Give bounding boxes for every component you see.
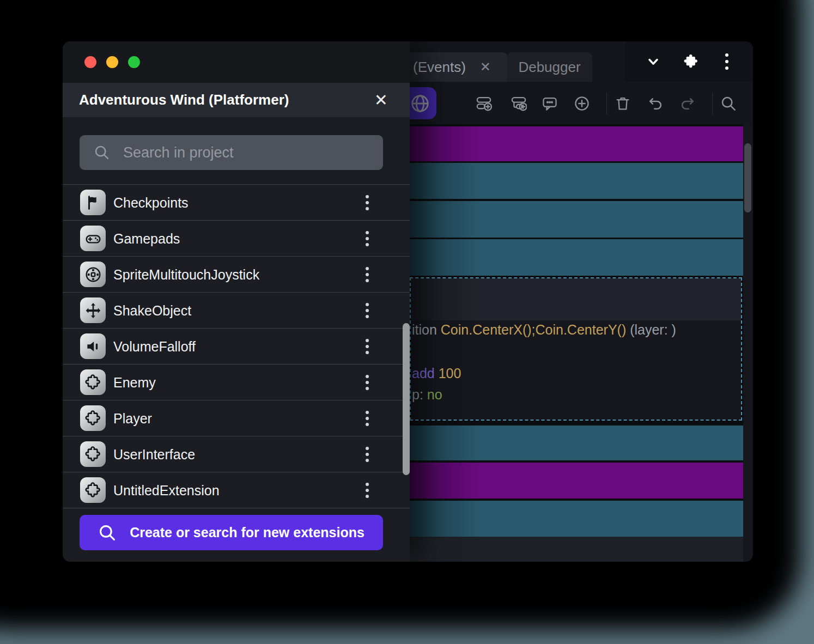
list-divider: [63, 508, 410, 508]
tab-bar: (Events) ✕ Debugger: [410, 41, 753, 82]
event-action-text: p: no: [412, 387, 442, 403]
screenshot-root: (Events) ✕ Debugger: [0, 0, 814, 644]
event-row[interactable]: [410, 501, 743, 537]
events-editor-region: (Events) ✕ Debugger: [410, 41, 753, 562]
kebab-menu-icon[interactable]: [362, 479, 373, 502]
traffic-light-zoom-icon[interactable]: [128, 56, 140, 68]
tabbar-controls: [625, 41, 753, 82]
traffic-light-close-icon[interactable]: [84, 56, 96, 68]
extension-list-item[interactable]: ShakeObject: [63, 292, 410, 329]
event-row[interactable]: [410, 463, 743, 499]
joystick-icon: [80, 262, 106, 287]
delete-icon[interactable]: [615, 95, 631, 112]
gamepad-icon: [80, 226, 106, 251]
add-comment-icon[interactable]: [542, 95, 558, 112]
extension-list-item[interactable]: UntitledExtension: [63, 472, 410, 508]
extension-list-item[interactable]: VolumeFalloff: [63, 328, 410, 364]
kebab-menu-icon[interactable]: [362, 443, 373, 466]
add-other-icon[interactable]: [574, 95, 590, 112]
search-icon: [98, 524, 117, 542]
kebab-menu-icon[interactable]: [362, 407, 373, 430]
toolbar-divider: [606, 93, 607, 114]
extension-name: ShakeObject: [113, 293, 191, 329]
events-toolbar: [410, 82, 753, 124]
event-action-text: ition Coin.CenterX();Coin.CenterY() (lay…: [412, 322, 676, 338]
search-icon: [94, 144, 110, 161]
speaker-icon: [80, 333, 106, 359]
tab-debugger[interactable]: Debugger: [507, 52, 592, 82]
create-extension-label: Create or search for new extensions: [130, 525, 365, 540]
puzzle-icon: [80, 369, 106, 395]
event-row[interactable]: [410, 426, 743, 460]
dialog-titlebar: [63, 41, 410, 83]
puzzle-extension-icon[interactable]: [683, 53, 699, 70]
tab-events-label: (Events): [413, 59, 466, 76]
extension-list-item[interactable]: Checkpoints: [63, 184, 410, 221]
tab-close-icon[interactable]: ✕: [480, 59, 491, 75]
puzzle-icon: [80, 441, 106, 467]
event-row[interactable]: [410, 163, 743, 199]
dialog-scrollbar-thumb[interactable]: [403, 323, 410, 475]
events-scrollbar-thumb[interactable]: [744, 143, 751, 212]
event-action-text: add 100: [412, 366, 461, 381]
kebab-menu-icon[interactable]: [362, 227, 373, 250]
event-row[interactable]: [410, 201, 743, 238]
tab-events[interactable]: (Events) ✕: [410, 52, 508, 82]
kebab-menu-icon[interactable]: [362, 371, 373, 394]
add-event-icon[interactable]: [476, 95, 492, 112]
add-sub-event-icon[interactable]: [511, 95, 527, 112]
toolbar-divider: [712, 93, 713, 114]
selected-event-row[interactable]: ition Coin.CenterX();Coin.CenterY() (lay…: [410, 277, 742, 421]
extension-list-item[interactable]: Player: [63, 400, 410, 436]
extension-list-item[interactable]: Enemy: [63, 364, 410, 400]
search-events-icon[interactable]: [720, 95, 737, 112]
puzzle-icon: [80, 405, 106, 431]
kebab-menu-icon[interactable]: [362, 263, 373, 286]
events-scrollbar[interactable]: [743, 124, 753, 562]
extension-list-item[interactable]: Gamepads: [63, 220, 410, 257]
events-sheet: ition Coin.CenterX();Coin.CenterY() (lay…: [410, 124, 753, 562]
extension-name: Checkpoints: [113, 185, 189, 221]
undo-icon[interactable]: [647, 95, 664, 112]
extension-list-item[interactable]: SpriteMultitouchJoystick: [63, 256, 410, 293]
kebab-menu-icon[interactable]: [362, 299, 373, 322]
tab-debugger-label: Debugger: [518, 59, 580, 76]
kebab-menu-icon[interactable]: [721, 50, 732, 73]
event-row[interactable]: [410, 239, 743, 276]
flag-icon: [80, 190, 106, 215]
extension-name: SpriteMultitouchJoystick: [113, 257, 259, 293]
dialog-header: Adventurous Wind (Platformer) ✕: [63, 83, 410, 117]
close-icon[interactable]: ✕: [374, 92, 388, 108]
kebab-menu-icon[interactable]: [362, 335, 373, 358]
extension-name: VolumeFalloff: [113, 329, 196, 364]
search-input[interactable]: [122, 144, 359, 162]
create-extension-button[interactable]: Create or search for new extensions: [80, 515, 383, 550]
move-arrows-icon: [80, 297, 106, 323]
extension-name: Gamepads: [113, 221, 180, 257]
extension-name: Player: [113, 400, 152, 436]
chevron-down-icon[interactable]: [646, 54, 661, 69]
traffic-light-minimize-icon[interactable]: [106, 56, 118, 68]
puzzle-icon: [80, 477, 106, 503]
project-search-field[interactable]: [80, 135, 383, 170]
extensions-dialog: Adventurous Wind (Platformer) ✕ Checkpoi…: [63, 41, 410, 562]
extension-name: UntitledExtension: [113, 472, 220, 508]
event-conditions-area[interactable]: [411, 278, 741, 320]
kebab-menu-icon[interactable]: [362, 191, 373, 214]
dialog-title: Adventurous Wind (Platformer): [79, 92, 374, 108]
redo-icon[interactable]: [679, 95, 696, 112]
app-window: (Events) ✕ Debugger: [63, 41, 753, 562]
extension-name: Enemy: [113, 364, 156, 400]
events-sheet-footer: [410, 537, 743, 562]
globe-toggle-button[interactable]: [410, 87, 436, 119]
extension-name: UserInterface: [113, 436, 195, 472]
extension-list-item[interactable]: UserInterface: [63, 436, 410, 472]
event-row[interactable]: [410, 126, 743, 161]
